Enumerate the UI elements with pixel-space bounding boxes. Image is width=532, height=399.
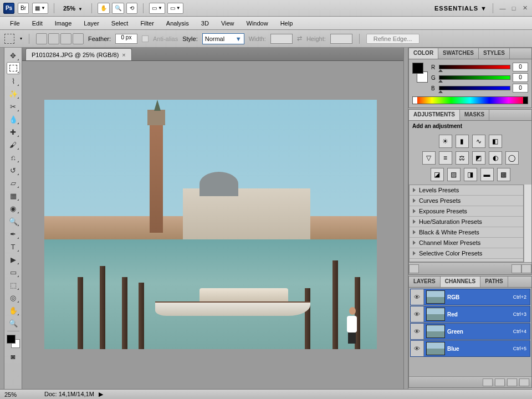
preset-scrollbar[interactable] bbox=[524, 185, 531, 262]
r-slider[interactable] bbox=[439, 65, 510, 69]
b-slider[interactable] bbox=[439, 86, 510, 90]
photo-filter-icon[interactable]: ◐ bbox=[489, 151, 502, 165]
bw-icon[interactable]: ◩ bbox=[472, 151, 485, 165]
style-select[interactable]: Normal▼ bbox=[202, 33, 244, 44]
minimize-button[interactable]: — bbox=[499, 4, 507, 12]
quickmask-toggle[interactable]: ◙ bbox=[7, 350, 20, 362]
marquee-tool[interactable] bbox=[7, 62, 20, 74]
brush-tool[interactable]: 🖌 bbox=[7, 139, 20, 151]
b-value[interactable]: 0 bbox=[513, 84, 528, 93]
right-dock-rail[interactable] bbox=[403, 48, 408, 389]
channel-blue[interactable]: 👁BlueCtrl+5 bbox=[410, 340, 530, 357]
adj-trash-icon[interactable] bbox=[521, 264, 531, 273]
hand-tool[interactable]: ✋ bbox=[7, 304, 20, 316]
tab-color[interactable]: COLOR bbox=[409, 48, 438, 59]
channel-rgb[interactable]: 👁RGBCtrl+2 bbox=[410, 289, 530, 305]
zoom-display[interactable]: 25% ▼ bbox=[60, 5, 86, 12]
menu-help[interactable]: Help bbox=[275, 18, 299, 28]
view-extras-button[interactable]: ▦▼ bbox=[32, 3, 48, 14]
screen-mode-button[interactable]: ▭▼ bbox=[167, 3, 183, 14]
visibility-icon[interactable]: 👁 bbox=[411, 289, 424, 305]
preset-curves[interactable]: Curves Presets bbox=[410, 196, 523, 206]
move-tool[interactable]: ✥ bbox=[7, 49, 20, 62]
menu-layer[interactable]: Layer bbox=[78, 18, 105, 28]
selection-new-button[interactable] bbox=[36, 33, 47, 44]
hand-tool-button[interactable]: ✋ bbox=[98, 3, 110, 14]
blur-tool[interactable]: ◉ bbox=[7, 202, 20, 214]
color-spectrum[interactable] bbox=[412, 96, 528, 104]
3d-tool[interactable]: ⬚ bbox=[7, 279, 20, 291]
new-channel-icon[interactable] bbox=[507, 378, 517, 386]
eraser-tool[interactable]: ▱ bbox=[7, 177, 20, 189]
left-dock-rail[interactable] bbox=[0, 48, 4, 389]
preset-levels[interactable]: Levels Presets bbox=[410, 185, 523, 196]
color-swatch[interactable] bbox=[412, 63, 428, 83]
adj-clip-icon[interactable] bbox=[511, 264, 521, 273]
gradient-map-icon[interactable]: ▬ bbox=[480, 168, 494, 181]
menu-filter[interactable]: Filter bbox=[135, 18, 159, 28]
channel-green[interactable]: 👁GreenCtrl+4 bbox=[410, 323, 530, 340]
status-doc-size[interactable]: Doc: 14,1M/14,1M▶ bbox=[44, 391, 103, 398]
crop-tool[interactable]: ✂ bbox=[7, 100, 20, 112]
visibility-icon[interactable]: 👁 bbox=[411, 324, 424, 339]
path-selection-tool[interactable]: ▶ bbox=[7, 253, 20, 265]
stamp-tool[interactable]: ⎌ bbox=[7, 151, 20, 163]
preset-exposure[interactable]: Exposure Presets bbox=[410, 206, 523, 217]
close-tab-icon[interactable]: × bbox=[122, 52, 125, 58]
marquee-tool-indicator[interactable] bbox=[4, 34, 14, 44]
hue-sat-icon[interactable]: ≡ bbox=[439, 151, 452, 165]
tab-adjustments[interactable]: ADJUSTMENTS bbox=[409, 110, 460, 120]
canvas[interactable] bbox=[22, 61, 403, 389]
selective-color-icon[interactable]: ▩ bbox=[497, 168, 510, 181]
save-selection-icon[interactable] bbox=[495, 378, 505, 386]
menu-window[interactable]: Window bbox=[241, 18, 274, 28]
delete-channel-icon[interactable] bbox=[519, 378, 529, 386]
refine-edge-button[interactable]: Refine Edge... bbox=[366, 34, 420, 44]
channel-mixer-icon[interactable]: ◯ bbox=[505, 151, 519, 165]
workspace-switcher[interactable]: ESSENTIALS ▼ bbox=[434, 5, 487, 12]
healing-brush-tool[interactable]: ✚ bbox=[7, 126, 20, 138]
bridge-button[interactable]: Br bbox=[18, 3, 29, 14]
g-value[interactable]: 0 bbox=[513, 73, 528, 82]
visibility-icon[interactable]: 👁 bbox=[411, 341, 424, 356]
maximize-button[interactable]: □ bbox=[510, 4, 518, 12]
channel-red[interactable]: 👁RedCtrl+3 bbox=[410, 306, 530, 323]
arrange-documents-button[interactable]: ▭▼ bbox=[149, 3, 165, 14]
brightness-contrast-icon[interactable]: ☀ bbox=[439, 135, 452, 148]
tab-channels[interactable]: CHANNELS bbox=[441, 277, 481, 287]
invert-icon[interactable]: ◪ bbox=[431, 168, 444, 181]
3d-camera-tool[interactable]: ◎ bbox=[7, 291, 20, 304]
menu-view[interactable]: View bbox=[216, 18, 240, 28]
exposure-icon[interactable]: ◧ bbox=[489, 135, 502, 148]
selection-add-button[interactable] bbox=[48, 33, 59, 44]
adj-footer-icon[interactable] bbox=[409, 264, 419, 273]
menu-edit[interactable]: Edit bbox=[27, 18, 48, 28]
g-slider[interactable] bbox=[439, 75, 510, 80]
color-balance-icon[interactable]: ⚖ bbox=[456, 151, 469, 165]
vibrance-icon[interactable]: ▽ bbox=[422, 151, 436, 165]
zoom-tool-button[interactable]: 🔍 bbox=[112, 3, 124, 14]
document-tab[interactable]: P1010284.JPG @ 25% (RGB/8) × bbox=[25, 48, 132, 60]
eyedropper-tool[interactable]: 💧 bbox=[7, 113, 20, 125]
curves-icon[interactable]: ∿ bbox=[472, 135, 485, 148]
preset-selective-color[interactable]: Selective Color Presets bbox=[410, 248, 523, 259]
type-tool[interactable]: T bbox=[7, 241, 20, 253]
dodge-tool[interactable]: 🔍 bbox=[7, 215, 20, 227]
selection-intersect-button[interactable] bbox=[73, 33, 84, 44]
close-button[interactable]: ✕ bbox=[521, 4, 529, 12]
preset-bw[interactable]: Black & White Presets bbox=[410, 227, 523, 238]
preset-channel-mixer[interactable]: Channel Mixer Presets bbox=[410, 238, 523, 248]
history-brush-tool[interactable]: ↺ bbox=[7, 164, 20, 176]
selection-subtract-button[interactable] bbox=[60, 33, 71, 44]
gradient-tool[interactable]: ▦ bbox=[7, 190, 20, 202]
rotate-view-button[interactable]: ⟲ bbox=[126, 3, 137, 14]
menu-3d[interactable]: 3D bbox=[196, 18, 214, 28]
posterize-icon[interactable]: ▨ bbox=[447, 168, 461, 181]
load-selection-icon[interactable] bbox=[483, 378, 493, 386]
levels-icon[interactable]: ▮ bbox=[456, 135, 469, 148]
foreground-background-colors[interactable] bbox=[7, 335, 20, 348]
tab-styles[interactable]: STYLES bbox=[479, 48, 510, 59]
tab-masks[interactable]: MASKS bbox=[460, 110, 489, 120]
status-zoom[interactable]: 25% bbox=[4, 391, 33, 398]
tab-layers[interactable]: LAYERS bbox=[409, 277, 441, 287]
